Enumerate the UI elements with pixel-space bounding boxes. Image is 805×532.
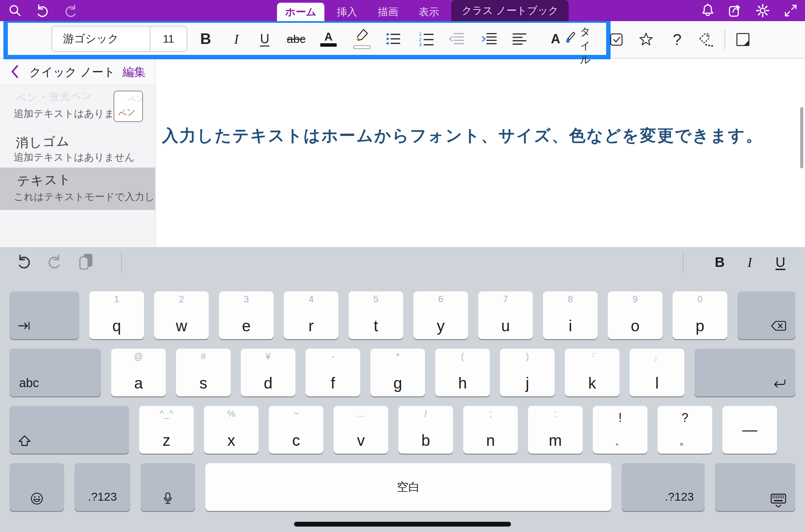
tab-insert[interactable]: 挿入 — [328, 3, 365, 21]
tab-class-notebook[interactable]: クラス ノートブック — [451, 0, 569, 21]
kb-bold-button[interactable]: B — [715, 255, 725, 270]
key-shift-label: 」 — [630, 351, 684, 364]
key-label: b — [398, 431, 453, 450]
key-label: r — [284, 317, 338, 335]
kb-redo-icon[interactable] — [47, 254, 62, 271]
tab-icon — [18, 320, 31, 332]
key-return[interactable] — [694, 349, 795, 396]
kb-undo-icon[interactable] — [16, 254, 32, 271]
page-list-item-eraser[interactable]: 消しゴム 追加テキストはありません — [0, 132, 155, 168]
key-q[interactable]: 1q — [89, 291, 144, 339]
undo-icon[interactable] — [35, 3, 49, 18]
key-shift[interactable] — [10, 406, 129, 454]
key-label: j — [500, 374, 555, 392]
page-list-item-text-selected[interactable]: テキスト これはテキストモードで入力し… — [0, 168, 155, 210]
edit-button[interactable]: 編集 — [122, 64, 146, 80]
key-label: i — [543, 317, 598, 335]
key-p[interactable]: 0p — [673, 291, 727, 339]
key-shift-label: ~ — [269, 409, 323, 419]
key-abc-mode[interactable]: abc — [10, 349, 101, 396]
back-chevron-icon[interactable] — [10, 65, 19, 80]
key-japanese-period[interactable]: ?。 — [658, 406, 712, 454]
key-e[interactable]: 3e — [219, 291, 274, 339]
key-dash[interactable]: — — [722, 406, 777, 454]
key-s[interactable]: #s — [176, 349, 231, 396]
key-y[interactable]: 6y — [413, 291, 468, 339]
kb-underline-button[interactable]: U — [776, 255, 786, 270]
outdent-button[interactable] — [448, 32, 465, 46]
font-size-dropdown[interactable]: 11 — [150, 27, 187, 51]
key-z[interactable]: ^_^z — [139, 406, 194, 454]
italic-button[interactable]: I — [234, 31, 238, 47]
important-star-button[interactable] — [639, 32, 654, 47]
page-color-button[interactable] — [736, 32, 750, 47]
return-icon — [772, 379, 787, 390]
key-w[interactable]: 2w — [154, 291, 209, 339]
key-v[interactable]: …v — [334, 406, 388, 454]
key-l[interactable]: 」l — [630, 349, 684, 396]
tab-view[interactable]: 表示 — [410, 3, 447, 21]
numbered-list-button[interactable]: 123 — [419, 31, 434, 46]
key-r[interactable]: 4r — [284, 291, 338, 339]
highlighter-button[interactable] — [353, 29, 370, 49]
key-japanese-comma[interactable]: !、 — [593, 406, 647, 454]
key-f[interactable]: -f — [306, 349, 360, 396]
todo-tag-button[interactable] — [610, 33, 623, 46]
font-color-button[interactable]: A — [320, 31, 337, 47]
redo-icon[interactable] — [64, 3, 78, 18]
key-dismiss-keyboard[interactable] — [715, 463, 795, 511]
tab-home[interactable]: ホーム — [277, 3, 324, 21]
key-label: — — [722, 421, 777, 438]
keyboard-keys: 1q2w3e4r5t6y7u8i9o0pabc@a#s¥d-f*g(h)j「k」… — [0, 277, 805, 511]
kb-italic-button[interactable]: I — [747, 254, 752, 270]
key-d[interactable]: ¥d — [241, 349, 295, 396]
home-indicator[interactable] — [294, 522, 511, 527]
underline-button[interactable]: U — [260, 32, 269, 46]
key-space[interactable]: 空白 — [205, 463, 611, 511]
key-dictation[interactable] — [141, 463, 195, 511]
accessory-divider — [121, 252, 122, 272]
key-h[interactable]: (h — [435, 349, 490, 396]
strikethrough-button[interactable]: abc — [287, 32, 306, 46]
font-name-dropdown[interactable]: 游ゴシック — [52, 27, 150, 51]
key-u[interactable]: 7u — [478, 291, 533, 339]
key-tab[interactable] — [10, 291, 79, 339]
key-c[interactable]: ~c — [269, 406, 323, 454]
bold-button[interactable]: B — [200, 30, 211, 47]
key-numbers-left[interactable]: .?123 — [74, 463, 130, 511]
key-label: w — [154, 317, 209, 335]
key-label: h — [435, 374, 490, 392]
key-t[interactable]: 5t — [349, 291, 403, 339]
tab-draw[interactable]: 描画 — [369, 3, 406, 21]
key-label: g — [370, 374, 425, 392]
key-k[interactable]: 「k — [565, 349, 619, 396]
key-a[interactable]: @a — [111, 349, 166, 396]
alignment-button[interactable] — [512, 32, 527, 45]
key-numbers-right[interactable]: .?123 — [621, 463, 705, 511]
key-b[interactable]: /b — [398, 406, 453, 454]
key-emoji[interactable] — [10, 463, 64, 511]
key-g[interactable]: *g — [370, 349, 425, 396]
key-m[interactable]: :m — [528, 406, 583, 454]
bullet-list-button[interactable] — [386, 32, 401, 46]
toolbar-divider — [724, 30, 725, 49]
indent-button[interactable] — [481, 32, 497, 46]
key-n[interactable]: ;n — [463, 406, 518, 454]
key-x[interactable]: %x — [204, 406, 259, 454]
key-backspace[interactable] — [737, 291, 795, 339]
search-icon[interactable] — [8, 4, 22, 17]
key-o[interactable]: 9o — [608, 291, 662, 339]
note-page-canvas[interactable]: 入力したテキストはホームからフォント、サイズ、色などを変更できます。 — [156, 59, 805, 247]
key-i[interactable]: 8i — [543, 291, 598, 339]
page-list-item-pen[interactable]: ペン・蛍光ペン 追加テキストはありま… ペン ペン — [0, 85, 155, 132]
share-icon[interactable] — [728, 3, 742, 18]
custom-tag-button[interactable] — [698, 32, 714, 47]
dismiss-keyboard-icon — [770, 493, 787, 508]
fullscreen-expand-icon[interactable] — [784, 4, 797, 17]
question-tag-button[interactable]: ? — [673, 30, 682, 49]
settings-gear-icon[interactable] — [756, 3, 770, 18]
kb-paste-icon[interactable] — [78, 253, 94, 272]
notifications-bell-icon[interactable] — [701, 3, 715, 18]
key-j[interactable]: )j — [500, 349, 555, 396]
vertical-scrollbar[interactable] — [800, 107, 803, 168]
